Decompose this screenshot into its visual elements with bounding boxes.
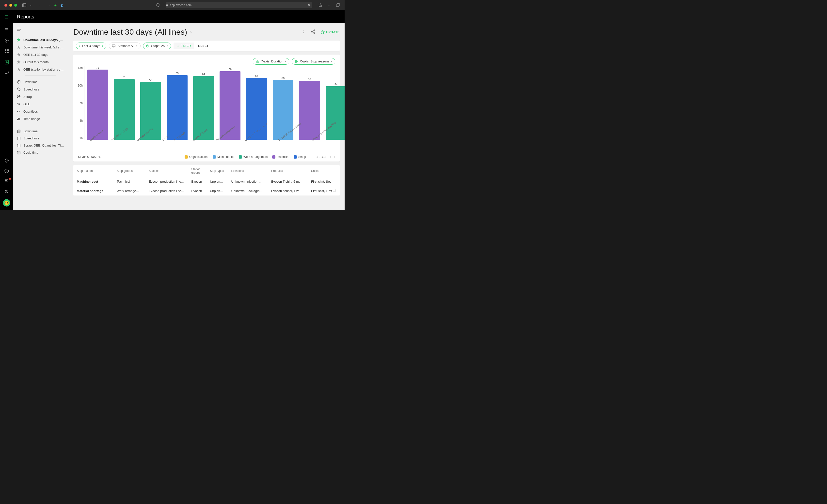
chart-pager: 1-18/18 ‹ › — [316, 155, 335, 159]
rail-record-icon[interactable] — [4, 38, 9, 43]
svg-point-38 — [19, 105, 20, 105]
bar-column[interactable]: 65 — [165, 66, 190, 139]
stations-filter[interactable]: Stations: All ▾ — [109, 43, 141, 49]
new-tab-icon[interactable]: + — [327, 3, 331, 7]
rail-trend-icon[interactable] — [4, 70, 9, 76]
export-item[interactable]: Scrap, OEE, Quantities, Ti… — [15, 142, 66, 149]
filter-label: FILTER — [181, 44, 191, 48]
legend-label: Maintenance — [217, 155, 234, 159]
update-button[interactable]: UPDATE — [321, 30, 340, 34]
chevron-left-icon[interactable]: ‹ — [79, 44, 80, 48]
help-icon[interactable] — [4, 168, 9, 174]
add-filter-button[interactable]: + FILTER — [174, 43, 194, 49]
bar-column[interactable]: 72 — [85, 66, 110, 139]
extension-icon-2[interactable]: ◐ — [59, 3, 64, 7]
svg-rect-2 — [166, 5, 168, 6]
report-type-item[interactable]: OEE — [15, 100, 66, 108]
more-icon[interactable]: ⋮ — [301, 30, 305, 35]
close-window[interactable] — [4, 4, 7, 7]
favorite-item[interactable]: Downtime last 30 days (A… — [15, 36, 66, 44]
svg-point-48 — [311, 31, 312, 32]
chevron-right-icon[interactable]: › — [102, 44, 103, 48]
table-column-header[interactable]: Shifts — [308, 165, 340, 177]
table-column-header[interactable]: Locations — [228, 165, 268, 177]
export-label: Cycle time — [23, 151, 38, 154]
yaxis-selector[interactable]: Y-axis: Duration ▾ — [253, 58, 289, 65]
table-menu-icon[interactable]: ⋮ — [334, 189, 337, 192]
minimize-window[interactable] — [9, 4, 12, 7]
legend: OrganisationalMaintenanceWork arrangemen… — [185, 155, 306, 159]
table-column-header[interactable]: Products — [268, 165, 308, 177]
settings-icon[interactable] — [4, 158, 9, 163]
table-row[interactable]: Machine resetTechnicalEvocon production … — [74, 177, 340, 186]
table-column-header[interactable]: Stop reasons — [74, 165, 113, 177]
favorite-item[interactable]: Output this month — [15, 58, 66, 66]
table-column-header[interactable]: Stations — [145, 165, 188, 177]
legend-item[interactable]: Organisational — [185, 155, 208, 159]
edit-title-icon[interactable]: ✎ — [190, 30, 192, 34]
svg-rect-12 — [5, 49, 6, 51]
sidebar-toggle-icon[interactable] — [22, 3, 27, 7]
reload-icon[interactable]: ↻ — [308, 3, 310, 7]
export-item[interactable]: Downtime — [15, 128, 66, 135]
bar-value: 65 — [176, 72, 179, 75]
svg-marker-26 — [17, 38, 20, 42]
report-type-item[interactable]: Downtime — [15, 78, 66, 86]
period-filter[interactable]: ‹ Last 30 days › — [76, 43, 106, 49]
pager-prev-icon[interactable]: ‹ — [330, 155, 331, 159]
share-report-icon[interactable] — [311, 30, 315, 35]
shield-icon[interactable] — [155, 3, 160, 7]
legend-item[interactable]: Maintenance — [213, 155, 234, 159]
xaxis-label: X-axis: Stop reasons — [300, 59, 329, 63]
tabs-icon[interactable] — [336, 3, 340, 7]
bar — [87, 69, 108, 139]
maximize-window[interactable] — [14, 4, 17, 7]
table-cell: Evocon — [188, 186, 206, 196]
report-type-item[interactable]: Speed loss — [15, 86, 66, 93]
favorite-item[interactable]: OEE last 30 days — [15, 51, 66, 58]
xaxis-selector[interactable]: X-axis: Stop reasons ▾ — [292, 58, 335, 65]
pager-next-icon[interactable]: › — [334, 155, 335, 159]
legend-item[interactable]: Technical — [272, 155, 289, 159]
report-type-item[interactable]: Scrap — [15, 93, 66, 100]
export-label: Scrap, OEE, Quantities, Ti… — [23, 144, 64, 147]
reset-button[interactable]: RESET — [198, 44, 209, 48]
url-bar[interactable]: app.evocon.com ↻ — [166, 2, 312, 8]
table-column-header[interactable]: Station groups — [188, 165, 206, 177]
export-item[interactable]: Speed loss — [15, 135, 66, 142]
export-item[interactable]: Cycle time — [15, 149, 66, 156]
legend-item[interactable]: Setup — [294, 155, 306, 159]
page-title: Downtime last 30 days (All lines) — [74, 27, 187, 37]
collapse-sidebar-icon[interactable] — [15, 26, 66, 33]
legend-item[interactable]: Work arrangement — [239, 155, 268, 159]
table-column-header[interactable]: Stop groups — [113, 165, 145, 177]
rail-list-icon[interactable] — [4, 27, 9, 33]
rail-reports-icon[interactable] — [4, 59, 9, 65]
report-type-item[interactable]: Time usage — [15, 115, 66, 122]
svg-line-51 — [312, 32, 314, 33]
favorite-item[interactable]: OEE (station by station co… — [15, 66, 66, 73]
table-cell: First shift, Second shif — [308, 177, 340, 186]
svg-rect-42 — [19, 118, 20, 120]
svg-marker-27 — [17, 46, 20, 49]
table-card: Stop reasonsStop groupsStationsStation g… — [74, 165, 340, 196]
power-icon[interactable] — [4, 189, 9, 194]
extension-icon-1[interactable]: ◉ — [53, 3, 58, 7]
legend-swatch — [213, 155, 216, 159]
back-icon[interactable]: ‹ — [38, 3, 42, 7]
table-column-header[interactable]: Stop types — [206, 165, 228, 177]
report-type-item[interactable]: Quantities — [15, 108, 66, 115]
bar-value: 69 — [229, 68, 232, 71]
svg-line-33 — [19, 89, 19, 89]
favorite-item[interactable]: Downtime this week (all st… — [15, 44, 66, 51]
avatar[interactable]: 😊 — [3, 199, 10, 207]
stops-filter[interactable]: Stops: 25 ▾ — [143, 43, 171, 49]
chevron-down-icon[interactable]: ▾ — [29, 3, 33, 7]
share-icon[interactable] — [318, 3, 323, 7]
table-header-row: Stop reasonsStop groupsStationsStation g… — [74, 165, 340, 177]
notifications-icon[interactable] — [4, 178, 9, 184]
menu-toggle[interactable] — [0, 15, 13, 19]
svg-point-44 — [17, 137, 20, 138]
rail-dashboard-icon[interactable] — [4, 49, 9, 54]
table-row[interactable]: Material shortageWork arrangementEvocon … — [74, 186, 340, 196]
